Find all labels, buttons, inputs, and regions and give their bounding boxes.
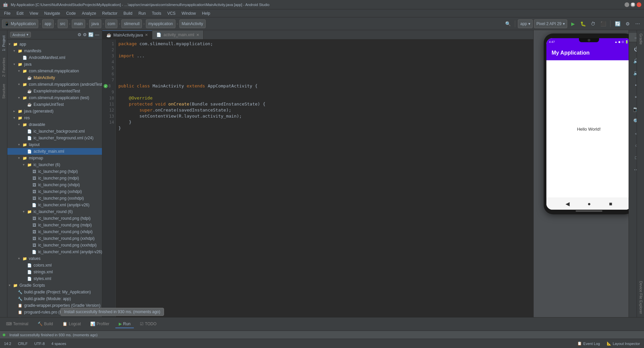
module-breadcrumb[interactable]: app [42, 19, 54, 28]
status-indent[interactable]: 4 spaces [50, 342, 67, 346]
nav-back-button[interactable]: ◀ [566, 201, 570, 207]
tree-item-styles[interactable]: 📄styles.xml [7, 275, 102, 282]
minimize-button[interactable]: — [625, 2, 629, 7]
status-line-sep[interactable]: CRLF [16, 342, 29, 346]
tree-item-ExampleInstrumentedTest[interactable]: ☕ExampleInstrumentedTest [7, 88, 102, 94]
mainactivity-breadcrumb[interactable]: MainActivity [179, 19, 206, 28]
tree-item-ic_launcher_background[interactable]: 📄ic_launcher_background.xml [7, 128, 102, 135]
menu-vcs[interactable]: VCS [165, 10, 178, 16]
bottom-tab-build[interactable]: 🔨 Build [34, 320, 56, 328]
tree-item-ExampleUnitTest[interactable]: ☕ExampleUnitTest [7, 101, 102, 108]
menu-view[interactable]: View [27, 10, 41, 16]
search-button[interactable]: 🔍 [503, 19, 512, 28]
com-breadcrumb[interactable]: com [105, 19, 118, 28]
tree-item-layout[interactable]: ▾📁layout [7, 141, 102, 148]
tree-item-com.slimenull.myapplication[interactable]: ▾📁com.slimenull.myapplication [7, 68, 102, 74]
tree-item-ic_launcher_round_xhdpi[interactable]: 🖼ic_launcher_round.png (xhdpi) [7, 228, 102, 235]
menu-analyze[interactable]: Analyze [79, 10, 99, 16]
right-tab-device-explorer[interactable]: Device File Explorer [637, 278, 644, 317]
status-encoding[interactable]: UTF-8 [33, 342, 46, 346]
tree-item-build_gradle_project[interactable]: 🔧build.gradle (Project: My_Application) [7, 289, 102, 295]
bottom-tab-todo[interactable]: ☑ TODO [137, 320, 160, 328]
status-position[interactable]: 14:2 [3, 342, 12, 346]
tab-close-activity-main[interactable]: ✕ [196, 33, 199, 37]
tree-item-com.slimenull.myapplication.test[interactable]: ▾📁com.slimenull.myapplication (test) [7, 94, 102, 101]
tree-item-ic_launcher_hdpi[interactable]: 🖼ic_launcher.png (hdpi) [7, 168, 102, 175]
tree-item-mipmap[interactable]: ▾📁mipmap [7, 155, 102, 161]
sync-button[interactable]: 🔄 [613, 19, 622, 28]
api-selector[interactable]: Pixel 2 API 29 ▾ [534, 19, 567, 28]
tree-item-ic_launcher_round_group[interactable]: ▾📁ic_launcher_round (6) [7, 208, 102, 215]
java-breadcrumb[interactable]: java [89, 19, 101, 28]
app-name-breadcrumb[interactable]: 📱 MyApplication [2, 19, 38, 28]
debug-button[interactable]: 🐛 [579, 19, 587, 28]
tree-item-ic_launcher_foreground[interactable]: 📄ic_launcher_foreground.xml (v24) [7, 135, 102, 141]
tree-item-ic_launcher_round_mdpi[interactable]: 🖼ic_launcher_round.png (mdpi) [7, 222, 102, 228]
tree-item-app[interactable]: ▾📁app [7, 41, 102, 48]
tree-item-com.slimenull.myapplication.androidTest[interactable]: ▾📁com.slimenull.myapplication (androidTe… [7, 81, 102, 88]
tree-item-MainActivity[interactable]: ☕MainActivity [7, 74, 102, 81]
sidebar-collapse-icon[interactable]: — [95, 32, 99, 37]
main-breadcrumb[interactable]: main [72, 19, 85, 28]
tree-item-colors[interactable]: 📄colors.xml [7, 262, 102, 269]
menu-help[interactable]: Help [199, 10, 213, 16]
tree-item-ic_launcher_group[interactable]: ▾📁ic_launcher (6) [7, 161, 102, 168]
left-tab-project[interactable]: 1: Project [1, 33, 7, 54]
tree-item-ic_launcher_xxxhdpi[interactable]: 🖼ic_launcher.png (xxxhdpi) [7, 195, 102, 202]
tab-activity-main[interactable]: 📄 activity_main.xml ✕ [152, 30, 203, 39]
left-tab-structure[interactable]: Structure [1, 81, 7, 101]
tree-item-build_gradle_module[interactable]: 🔧build.gradle (Module: app) [7, 295, 102, 302]
tree-item-gradle_scripts[interactable]: ▾📁Gradle Scripts [7, 282, 102, 289]
tree-item-ic_launcher_round_hdpi[interactable]: 🖼ic_launcher_round.png (hdpi) [7, 215, 102, 222]
left-tab-favorites[interactable]: 2: Favorites [1, 55, 7, 79]
tree-item-strings[interactable]: 📄strings.xml [7, 269, 102, 275]
run-button[interactable]: ▶ [569, 19, 577, 28]
tree-item-res[interactable]: ▾📁res [7, 115, 102, 121]
src-breadcrumb[interactable]: src [58, 19, 68, 28]
right-tab-gradle[interactable]: Gradle [637, 30, 644, 48]
menu-refactor[interactable]: Refactor [100, 10, 120, 16]
tree-item-activity_main[interactable]: 📄activity_main.xml [7, 148, 102, 155]
tree-item-ic_launcher_round_xxxhdpi[interactable]: 🖼ic_launcher_round.png (xxxhdpi) [7, 242, 102, 249]
sidebar-view-dropdown[interactable]: Android ▾ [10, 32, 31, 38]
tree-item-ic_launcher_round_xxhdpi[interactable]: 🖼ic_launcher_round.png (xxhdpi) [7, 235, 102, 242]
sidebar-settings-icon[interactable]: ⚙ [77, 32, 82, 37]
device-selector[interactable]: app ▾ [518, 19, 533, 28]
sidebar-sync-icon[interactable]: 🔄 [88, 32, 94, 37]
maximize-button[interactable]: ⬜ [631, 2, 635, 7]
menu-navigate[interactable]: Navigate [42, 10, 63, 16]
tree-item-ic_launcher_mdpi[interactable]: 🖼ic_launcher.png (mdpi) [7, 175, 102, 182]
menu-build[interactable]: Build [121, 10, 135, 16]
tree-item-java[interactable]: ▾📁java [7, 61, 102, 68]
bottom-tab-logcat[interactable]: 📋 Logcat [59, 320, 84, 328]
profile-button[interactable]: ⏱ [589, 19, 597, 28]
settings-button[interactable]: ⚙ [623, 19, 632, 28]
tree-item-ic_launcher_xxhdpi[interactable]: 🖼ic_launcher.png (xxhdpi) [7, 188, 102, 195]
myapplication-breadcrumb[interactable]: myapplication [146, 19, 175, 28]
tab-mainactivity[interactable]: ☕ MainActivity.java ✕ [102, 30, 152, 39]
stop-button[interactable]: ⬛ [599, 19, 607, 28]
layout-inspector-button[interactable]: 📐 Layout Inspector [605, 341, 641, 346]
menu-edit[interactable]: Edit [14, 10, 26, 16]
bottom-tab-profiler[interactable]: 📊 Profiler [87, 320, 113, 328]
nav-home-button[interactable]: ● [588, 201, 591, 207]
menu-window[interactable]: Window [179, 10, 199, 16]
tree-item-java.generated[interactable]: ▸📁java (generated) [7, 108, 102, 115]
menu-run[interactable]: Run [136, 10, 149, 16]
bottom-tab-run[interactable]: ▶ Run [115, 320, 134, 328]
tree-item-AndroidManifest[interactable]: 📄AndroidManifest.xml [7, 54, 102, 61]
tree-item-values[interactable]: ▾📁values [7, 255, 102, 262]
tree-item-drawable[interactable]: ▾📁drawable [7, 121, 102, 128]
event-log-button[interactable]: 📋 Event Log [576, 341, 601, 346]
more-button[interactable]: ⋯ [633, 19, 642, 28]
sidebar-gear-icon[interactable]: ⚙ [83, 32, 87, 37]
close-button[interactable]: ✕ [637, 2, 641, 7]
menu-tools[interactable]: Tools [149, 10, 164, 16]
menu-file[interactable]: File [1, 10, 13, 16]
bottom-tab-terminal[interactable]: ⌨ Terminal [3, 320, 32, 328]
tree-item-ic_launcher_xml[interactable]: 📄ic_launcher.xml (anydpi-v26) [7, 202, 102, 208]
tab-close-mainactivity[interactable]: ✕ [145, 33, 148, 37]
tree-item-ic_launcher_round_xml[interactable]: 📄ic_launcher_round.xml (anydpi-v26) [7, 249, 102, 255]
tree-item-manifests[interactable]: ▾📁manifests [7, 48, 102, 54]
menu-code[interactable]: Code [63, 10, 78, 16]
